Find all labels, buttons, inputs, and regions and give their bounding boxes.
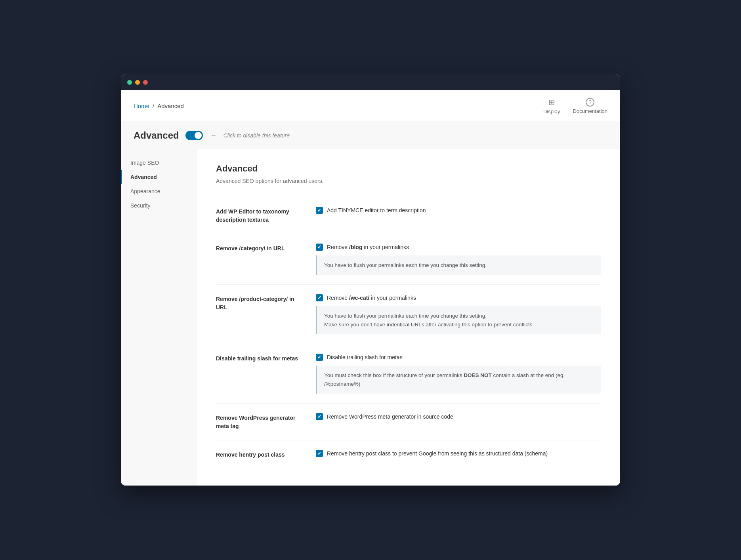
checkbox-check-icon: ✓ [317, 244, 321, 250]
toggle-hint: Click to disable this feature [223, 132, 290, 139]
dot-green [127, 80, 132, 85]
section-title: Advanced [216, 164, 601, 174]
app-window: Home / Advanced ⊞ Display ? Documentatio… [121, 74, 620, 486]
topbar-actions: ⊞ Display ? Documentation [543, 97, 607, 114]
remove-product-category-checkbox-label: Remove /wc-cat/ in your permalinks [327, 295, 416, 301]
checkbox-check-icon: ✓ [317, 208, 321, 213]
remove-category-checkbox[interactable]: ✓ [316, 244, 323, 251]
setting-remove-category: Remove /category/ in URL ✓ Remove /blog … [216, 234, 601, 285]
toggle-slider [185, 131, 203, 140]
remove-category-checkbox-row: ✓ Remove /blog in your permalinks [316, 244, 601, 251]
breadcrumb-home-link[interactable]: Home [134, 103, 149, 109]
trailing-slash-checkbox-row: ✓ Disable trailing slash for metas [316, 354, 601, 361]
trailing-slash-checkbox[interactable]: ✓ [316, 354, 323, 361]
checkbox-check-icon: ✓ [317, 295, 321, 301]
setting-wp-generator-content: ✓ Remove WordPress meta generator in sou… [316, 413, 601, 425]
sidebar: Image SEO Advanced Appearance Security [121, 149, 197, 486]
setting-wp-editor-label: Add WP Editor to taxonomy description te… [216, 207, 303, 224]
setting-remove-product-category-content: ✓ Remove /wc-cat/ in your permalinks You… [316, 294, 601, 334]
hentry-class-checkbox[interactable]: ✓ [316, 450, 323, 457]
display-label: Display [543, 109, 560, 114]
dot-red [143, 80, 148, 85]
remove-category-checkbox-label: Remove /blog in your permalinks [327, 244, 409, 250]
wp-generator-checkbox-row: ✓ Remove WordPress meta generator in sou… [316, 413, 601, 420]
setting-wp-generator: Remove WordPress generator meta tag ✓ Re… [216, 403, 601, 440]
wp-editor-checkbox[interactable]: ✓ [316, 207, 323, 214]
breadcrumb-current: Advanced [157, 103, 184, 109]
display-button[interactable]: ⊞ Display [543, 97, 560, 114]
setting-remove-category-content: ✓ Remove /blog in your permalinks You ha… [316, 244, 601, 275]
setting-wp-editor: Add WP Editor to taxonomy description te… [216, 197, 601, 234]
checkbox-check-icon: ✓ [317, 414, 321, 419]
documentation-label: Documentation [573, 108, 607, 114]
info-line2: Make sure you don't have indentical URLs… [324, 322, 534, 328]
wp-generator-checkbox-label: Remove WordPress meta generator in sourc… [327, 413, 453, 420]
setting-remove-product-category-label: Remove /product-category/ in URL [216, 294, 303, 312]
setting-wp-generator-label: Remove WordPress generator meta tag [216, 413, 303, 430]
trailing-slash-info: You must check this box if the structure… [316, 366, 601, 394]
toggle-arrow-icon: ← [211, 132, 217, 139]
setting-wp-editor-content: ✓ Add TINYMCE editor to term description [316, 207, 601, 219]
setting-trailing-slash-label: Disable trailing slash for metas [216, 354, 303, 363]
content-area: Image SEO Advanced Appearance Security A… [121, 149, 620, 486]
feature-toggle[interactable] [185, 131, 203, 140]
checkbox-check-icon: ✓ [317, 354, 321, 360]
page-header: Advanced ← Click to disable this feature [121, 122, 620, 149]
setting-trailing-slash-content: ✓ Disable trailing slash for metas You m… [316, 354, 601, 394]
checkbox-check-icon: ✓ [317, 451, 321, 456]
sidebar-item-image-seo[interactable]: Image SEO [121, 156, 197, 170]
main-content: Advanced Advanced SEO options for advanc… [197, 149, 620, 486]
hentry-class-checkbox-label: Remove hentry post class to prevent Goog… [327, 450, 548, 457]
info-line1: You have to flush your permalinks each t… [324, 313, 487, 319]
remove-product-category-checkbox[interactable]: ✓ [316, 294, 323, 301]
dot-yellow [135, 80, 140, 85]
documentation-icon: ? [586, 98, 594, 107]
sidebar-item-advanced[interactable]: Advanced [121, 170, 197, 184]
wp-editor-checkbox-label: Add TINYMCE editor to term description [327, 207, 426, 213]
remove-product-category-info: You have to flush your permalinks each t… [316, 306, 601, 334]
titlebar [121, 74, 620, 90]
remove-category-info: You have to flush your permalinks each t… [316, 255, 601, 275]
wp-generator-checkbox[interactable]: ✓ [316, 413, 323, 420]
hentry-class-checkbox-row: ✓ Remove hentry post class to prevent Go… [316, 450, 601, 457]
breadcrumb-separator: / [153, 103, 154, 109]
display-icon: ⊞ [547, 97, 556, 107]
sidebar-item-appearance[interactable]: Appearance [121, 184, 197, 198]
setting-remove-product-category: Remove /product-category/ in URL ✓ Remov… [216, 284, 601, 344]
section-description: Advanced SEO options for advanced users. [216, 178, 601, 184]
remove-product-category-checkbox-row: ✓ Remove /wc-cat/ in your permalinks [316, 294, 601, 301]
sidebar-item-security[interactable]: Security [121, 198, 197, 213]
page-title: Advanced [134, 130, 179, 141]
trailing-slash-checkbox-label: Disable trailing slash for metas [327, 354, 403, 360]
topbar: Home / Advanced ⊞ Display ? Documentatio… [121, 90, 620, 122]
setting-trailing-slash: Disable trailing slash for metas ✓ Disab… [216, 344, 601, 403]
setting-remove-category-label: Remove /category/ in URL [216, 244, 303, 253]
setting-hentry-class-content: ✓ Remove hentry post class to prevent Go… [316, 450, 601, 462]
setting-hentry-class-label: Remove hentry post class [216, 450, 303, 459]
wp-editor-checkbox-row: ✓ Add TINYMCE editor to term description [316, 207, 601, 214]
setting-hentry-class: Remove hentry post class ✓ Remove hentry… [216, 440, 601, 471]
documentation-button[interactable]: ? Documentation [573, 98, 607, 114]
breadcrumb: Home / Advanced [134, 103, 184, 109]
